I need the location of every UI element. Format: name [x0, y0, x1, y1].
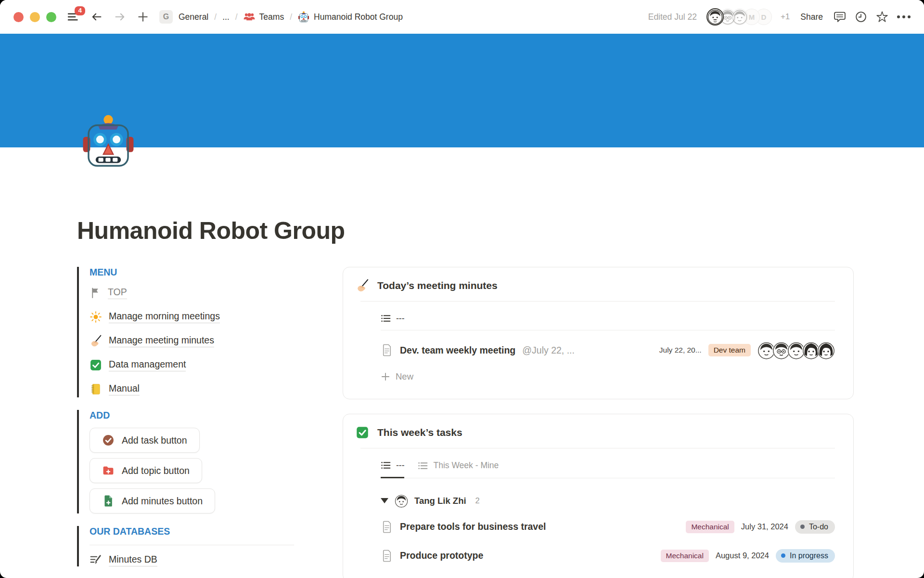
window-titlebar: 4 G General / ... / Teams / [0, 0, 924, 34]
page-cover [0, 34, 924, 147]
add-topic-button[interactable]: Add topic button [90, 458, 202, 483]
teams-people-icon [244, 11, 255, 23]
check-mark-icon [90, 359, 102, 371]
page-title[interactable]: Humanoid Robot Group [77, 217, 924, 245]
page-icon [381, 344, 393, 356]
task-row[interactable]: Prepare tools for business travel Mechan… [381, 516, 835, 538]
back-button[interactable] [91, 11, 103, 23]
page-icon [381, 521, 393, 533]
new-tab-button[interactable] [137, 11, 149, 23]
traffic-lights [13, 12, 56, 22]
add-section: ADD Add task button Add topic button Add… [77, 410, 343, 513]
divider [360, 448, 835, 448]
viewer-avatars[interactable]: M D [706, 8, 772, 26]
status-dot [800, 525, 805, 529]
menu-link-morning-meetings[interactable]: Manage morning meetings [90, 309, 343, 325]
writing-hand-icon [356, 279, 369, 292]
group-name: Tang Lik Zhi [414, 496, 466, 506]
breadcrumb-ellipsis[interactable]: ... [222, 12, 230, 22]
task-title: Produce prototype [400, 550, 483, 561]
notification-badge: 4 [75, 6, 85, 15]
zoom-button[interactable] [46, 12, 56, 22]
category-tag: Mechanical [686, 521, 734, 533]
menu-link-data-management[interactable]: Data management [90, 357, 343, 373]
add-header: ADD [90, 410, 343, 421]
folder-plus-icon [102, 464, 115, 477]
star-icon [876, 11, 888, 23]
menu-link-meeting-minutes[interactable]: Manage meeting minutes [90, 333, 343, 349]
category-tag: Mechanical [661, 550, 709, 562]
avatar [817, 342, 835, 359]
task-due-date: August 9, 2024 [716, 551, 769, 560]
breadcrumb: G General / ... / Teams / Humanoid Robot… [159, 10, 403, 24]
more-button[interactable] [897, 15, 911, 18]
menu-header: MENU [90, 267, 343, 278]
sidebar-toggle-button[interactable]: 4 [67, 11, 79, 23]
minutes-db-link[interactable]: Minutes DB [90, 554, 343, 566]
meeting-minutes-card: Today’s meeting minutes --- Dev. tea [343, 267, 854, 399]
page-icon [381, 550, 393, 562]
breadcrumb-separator: / [235, 12, 238, 22]
tasks-card: This week’s tasks --- This Week - Mine [343, 414, 854, 578]
minimize-button[interactable] [30, 12, 40, 22]
flag-icon [90, 287, 101, 299]
add-minutes-button[interactable]: Add minutes button [90, 488, 215, 513]
meeting-date-mention: @July 22, ... [522, 345, 575, 356]
tasks-card-title: This week’s tasks [377, 427, 462, 438]
task-row[interactable]: Produce prototype Mechanical August 9, 2… [381, 545, 835, 567]
status-badge: To-do [795, 520, 835, 534]
new-row-button[interactable]: New [381, 369, 835, 384]
updates-button[interactable] [855, 11, 867, 23]
list-view-icon [381, 313, 391, 324]
sun-icon [90, 311, 102, 323]
meeting-title: Dev. team weekly meeting [400, 345, 515, 356]
attendee-avatars [757, 342, 835, 359]
divider [360, 301, 835, 302]
view-tab-this-week-mine[interactable]: This Week - Mine [418, 460, 499, 478]
robot-emoji-icon [81, 114, 136, 169]
right-column: Today’s meeting minutes --- Dev. tea [343, 267, 854, 578]
collapse-toggle-icon[interactable] [381, 498, 388, 503]
workspace-badge[interactable]: G [159, 10, 173, 24]
breadcrumb-page-label: Humanoid Robot Group [314, 12, 403, 22]
left-column: MENU TOP Manage morning meetings Manage … [77, 267, 343, 566]
databases-section: OUR DATABASES Minutes DB [77, 526, 343, 566]
databases-header: OUR DATABASES [90, 526, 343, 537]
favorite-button[interactable] [876, 11, 888, 23]
breadcrumb-general[interactable]: General [179, 12, 208, 22]
breadcrumb-current-page[interactable]: Humanoid Robot Group [298, 11, 403, 23]
task-due-date: July 31, 2024 [741, 522, 788, 531]
comment-icon [834, 11, 846, 23]
robot-emoji-icon [298, 11, 309, 23]
meeting-date: July 22, 20... [659, 346, 702, 355]
writing-hand-icon [90, 335, 102, 347]
breadcrumb-teams[interactable]: Teams [244, 11, 284, 23]
meeting-row[interactable]: Dev. team weekly meeting @July 22, ... J… [381, 338, 835, 362]
task-title: Prepare tools for business travel [400, 521, 546, 532]
ledger-icon [90, 383, 102, 395]
view-tab-minutes[interactable]: --- [381, 313, 404, 330]
menu-link-top[interactable]: TOP [90, 285, 343, 301]
avatar-overflow-count[interactable]: +1 [781, 12, 790, 22]
avatar [395, 494, 408, 508]
app-window: 4 G General / ... / Teams / [0, 0, 924, 578]
page-icon-robot[interactable] [81, 114, 136, 169]
close-button[interactable] [13, 12, 24, 22]
breadcrumb-separator: / [214, 12, 217, 22]
avatar[interactable] [706, 8, 724, 26]
list-view-icon [418, 460, 428, 471]
task-check-icon [102, 434, 115, 447]
share-button[interactable]: Share [798, 12, 825, 22]
status-dot [781, 553, 785, 558]
view-tab-all[interactable]: --- [381, 460, 404, 478]
add-task-button[interactable]: Add task button [90, 428, 200, 453]
plus-icon [381, 372, 390, 381]
last-edited-label: Edited Jul 22 [648, 12, 697, 22]
comments-button[interactable] [834, 11, 846, 23]
menu-link-manual[interactable]: Manual [90, 381, 343, 397]
forward-button[interactable] [114, 11, 126, 23]
breadcrumb-teams-label: Teams [259, 12, 284, 22]
team-tag: Dev team [708, 344, 751, 356]
clock-icon [855, 11, 867, 23]
menu-section: MENU TOP Manage morning meetings Manage … [77, 267, 343, 397]
